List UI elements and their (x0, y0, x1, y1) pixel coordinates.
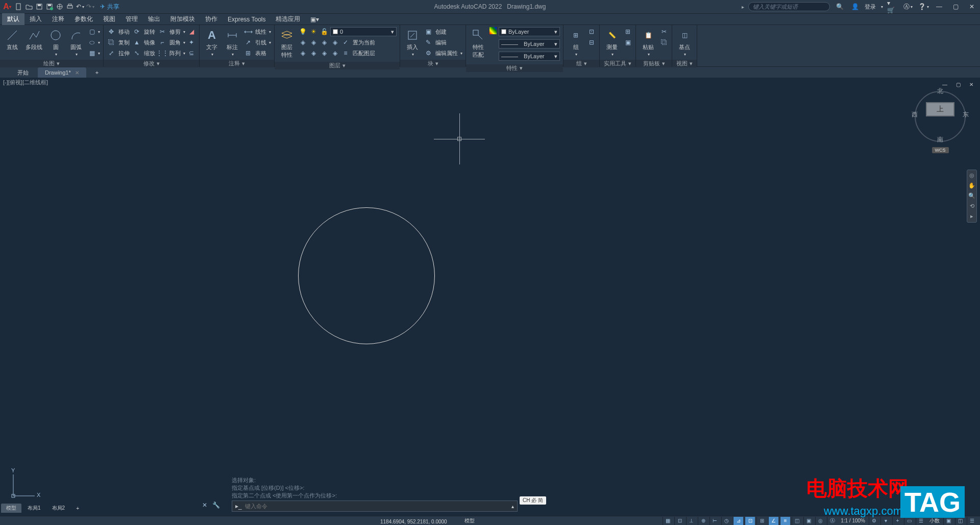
move-icon[interactable]: ✥ (107, 27, 116, 36)
tab-insert[interactable]: 插入 (24, 13, 47, 25)
edit-block-icon[interactable]: ✎ (424, 38, 433, 47)
user-icon[interactable]: 👤 (849, 1, 861, 12)
layer-properties-button[interactable]: 图层 特性 (278, 27, 296, 60)
tab-collaborate[interactable]: 协作 (200, 13, 223, 25)
search-icon[interactable]: 🔍 (834, 1, 845, 12)
close-tab-icon[interactable]: ✕ (75, 70, 79, 76)
color-dropdown[interactable]: ByLayer▾ (499, 27, 560, 36)
ortho-icon[interactable]: ⊢ (709, 517, 720, 525)
group-icon2[interactable]: ⊟ (587, 38, 596, 47)
stretch-icon[interactable]: ⤢ (107, 49, 116, 58)
grid-icon[interactable]: ▦ (663, 517, 673, 525)
create-block-icon[interactable]: ▣ (424, 27, 433, 36)
save-icon[interactable] (35, 2, 44, 11)
line-button[interactable]: 直线 (3, 27, 21, 52)
search-input[interactable]: 键入关键字或短语 (748, 2, 830, 11)
lock-icon[interactable]: 🔓 (320, 27, 329, 36)
copy-icon[interactable]: ⿻ (107, 38, 116, 47)
custom-icon[interactable]: ☰ (967, 517, 977, 525)
offset-icon[interactable]: ⊆ (187, 49, 196, 58)
new-icon[interactable] (14, 2, 23, 11)
util-icon1[interactable]: ⊞ (623, 27, 632, 36)
model-space-button[interactable]: 模型 (464, 517, 475, 524)
tab-annotate[interactable]: 注释 (47, 13, 69, 25)
layer-icon8[interactable]: ◈ (330, 49, 339, 58)
command-line[interactable]: ▸_ ▴ (232, 500, 518, 512)
cart-icon[interactable]: ▾ 🛒 (887, 1, 898, 12)
bulb-icon[interactable]: 💡 (298, 27, 307, 36)
layer-icon4[interactable]: ◈ (330, 38, 339, 47)
base-button[interactable]: ◫基点▾ (675, 27, 694, 58)
undo-icon[interactable]: ↶▾ (76, 2, 85, 11)
add-layout-button[interactable]: + (71, 505, 84, 512)
ellipse-icon[interactable]: ⬭ (87, 38, 96, 47)
text-button[interactable]: A文字▾ (203, 27, 221, 58)
new-tab-button[interactable]: + (88, 67, 106, 78)
tab-start[interactable]: 开始 (10, 67, 36, 78)
arc-button[interactable]: 圆弧▾ (67, 27, 85, 58)
tab-express[interactable]: Express Tools (223, 14, 271, 25)
tab-model[interactable]: 模型 (1, 504, 21, 513)
color-icon[interactable] (489, 27, 497, 34)
zoom-icon[interactable]: 🔍 (968, 193, 975, 200)
set-current-icon[interactable]: ✓ (341, 38, 350, 47)
layer-dropdown[interactable]: 0▾ (330, 27, 397, 36)
linetype-dropdown[interactable]: ——— ByLayer▾ (499, 52, 560, 61)
layer-icon3[interactable]: ◈ (320, 38, 329, 47)
tab-default[interactable]: 默认 (2, 13, 24, 25)
cut-icon[interactable]: ✂ (659, 27, 669, 36)
viewport-label[interactable]: [-][俯视][二维线框] (3, 79, 48, 86)
viewcube[interactable]: 北 东 南 西 上 WCS (915, 87, 966, 153)
array-icon[interactable]: ⋮⋮ (158, 49, 167, 58)
layer-icon6[interactable]: ◈ (309, 49, 318, 58)
close-icon[interactable]: ✕ (966, 1, 978, 12)
group-button[interactable]: ⊞组▾ (567, 27, 585, 58)
tab-drawing1[interactable]: Drawing1*✕ (38, 67, 86, 78)
dynamic-icon[interactable]: ⊕ (698, 517, 708, 525)
decimal-label[interactable]: 小数 (927, 517, 942, 524)
help-icon[interactable]: ❔▾ (918, 1, 929, 12)
tab-output[interactable]: 输出 (143, 13, 165, 25)
wheel-icon[interactable]: ◎ (968, 172, 975, 179)
drawing-canvas[interactable]: [-][俯视][二维线框] — ▢ ✕ 北 东 南 西 上 WCS ◎ ✋ 🔍 … (0, 78, 980, 516)
measure-button[interactable]: 📏测量▾ (603, 27, 621, 58)
match-layer-icon[interactable]: ≡ (341, 49, 350, 58)
tab-view[interactable]: 视图 (98, 13, 120, 25)
snap-icon[interactable]: ⊡ (674, 517, 684, 525)
group-icon1[interactable]: ⊡ (587, 27, 596, 36)
sun-icon[interactable]: ☀ (309, 27, 318, 36)
layer-icon1[interactable]: ◈ (298, 38, 307, 47)
maximize-icon[interactable]: ▢ (949, 1, 962, 12)
isodraft-icon[interactable]: ⊿ (733, 517, 743, 525)
circle-object[interactable] (298, 207, 435, 344)
app-icon[interactable]: Ⓐ▾ (902, 1, 914, 12)
tab-manage[interactable]: 管理 (120, 13, 143, 25)
3dosnap-icon[interactable]: ⊞ (756, 517, 767, 525)
util-icon2[interactable]: ▣ (623, 38, 632, 47)
scale-icon[interactable]: ⤡ (132, 49, 141, 58)
infer-icon[interactable]: ⊥ (686, 517, 696, 525)
edit-attr-icon[interactable]: ⚙ (424, 49, 433, 58)
selection-icon[interactable]: ▣ (803, 517, 814, 525)
hatch-icon[interactable]: ▦ (87, 49, 96, 58)
pan-icon[interactable]: ✋ (968, 182, 975, 189)
rect-icon[interactable]: ▢ (87, 27, 96, 36)
plot-icon[interactable] (65, 2, 75, 11)
autocad-logo[interactable]: A▾ (2, 2, 12, 12)
mirror-icon[interactable]: ▲ (132, 38, 141, 47)
osnap-icon[interactable]: ⊡ (745, 517, 755, 525)
copy-clip-icon[interactable]: ⿻ (659, 38, 669, 47)
cmd-expand-icon[interactable]: ▴ (511, 504, 514, 509)
share-button[interactable]: ✈ 共享 (100, 3, 119, 11)
tab-layout1[interactable]: 布局1 (22, 504, 46, 513)
explode-icon[interactable]: ✦ (187, 38, 196, 47)
erase-icon[interactable]: ◢ (187, 27, 196, 36)
transparency-icon[interactable]: ◫ (792, 517, 802, 525)
table-icon[interactable]: ⊞ (243, 49, 253, 58)
cmd-close-icon[interactable]: ✕ (200, 500, 209, 510)
login-label[interactable]: 登录 (865, 3, 876, 11)
otrack-icon[interactable]: ∠ (768, 517, 778, 525)
linear-icon[interactable]: ⟷ (243, 27, 253, 36)
rotate-icon[interactable]: ⟳ (132, 27, 141, 36)
layer-icon5[interactable]: ◈ (298, 49, 307, 58)
